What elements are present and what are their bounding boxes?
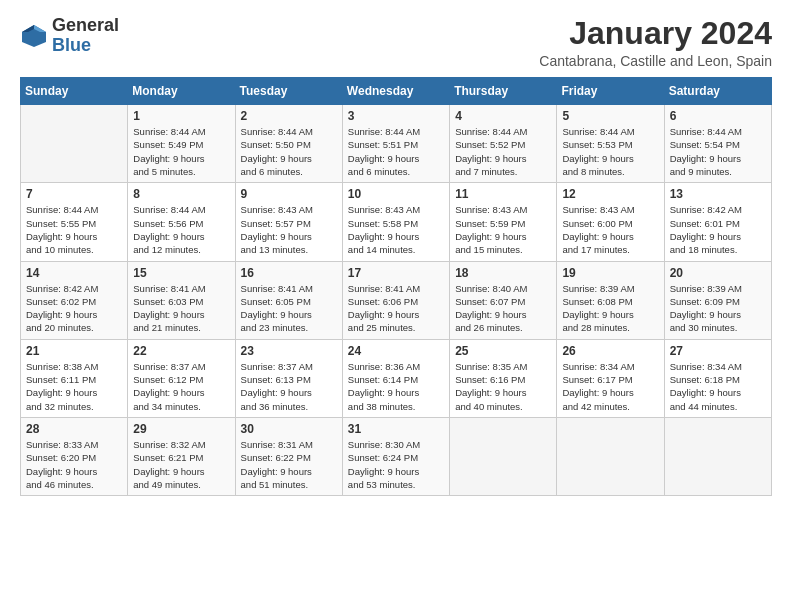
day-number: 20 xyxy=(670,266,766,280)
col-sunday: Sunday xyxy=(21,78,128,105)
col-friday: Friday xyxy=(557,78,664,105)
week-row-5: 28Sunrise: 8:33 AM Sunset: 6:20 PM Dayli… xyxy=(21,417,772,495)
day-number: 2 xyxy=(241,109,337,123)
day-cell: 21Sunrise: 8:38 AM Sunset: 6:11 PM Dayli… xyxy=(21,339,128,417)
day-info: Sunrise: 8:41 AM Sunset: 6:05 PM Dayligh… xyxy=(241,282,337,335)
header: General Blue January 2024 Cantabrana, Ca… xyxy=(20,16,772,69)
day-cell: 16Sunrise: 8:41 AM Sunset: 6:05 PM Dayli… xyxy=(235,261,342,339)
day-number: 14 xyxy=(26,266,122,280)
day-info: Sunrise: 8:37 AM Sunset: 6:12 PM Dayligh… xyxy=(133,360,229,413)
day-cell: 24Sunrise: 8:36 AM Sunset: 6:14 PM Dayli… xyxy=(342,339,449,417)
day-info: Sunrise: 8:32 AM Sunset: 6:21 PM Dayligh… xyxy=(133,438,229,491)
day-cell xyxy=(664,417,771,495)
title-block: January 2024 Cantabrana, Castille and Le… xyxy=(539,16,772,69)
col-saturday: Saturday xyxy=(664,78,771,105)
week-row-4: 21Sunrise: 8:38 AM Sunset: 6:11 PM Dayli… xyxy=(21,339,772,417)
day-info: Sunrise: 8:43 AM Sunset: 6:00 PM Dayligh… xyxy=(562,203,658,256)
day-cell: 7Sunrise: 8:44 AM Sunset: 5:55 PM Daylig… xyxy=(21,183,128,261)
day-cell: 3Sunrise: 8:44 AM Sunset: 5:51 PM Daylig… xyxy=(342,105,449,183)
day-cell xyxy=(21,105,128,183)
day-number: 1 xyxy=(133,109,229,123)
day-cell: 30Sunrise: 8:31 AM Sunset: 6:22 PM Dayli… xyxy=(235,417,342,495)
day-info: Sunrise: 8:30 AM Sunset: 6:24 PM Dayligh… xyxy=(348,438,444,491)
day-cell: 1Sunrise: 8:44 AM Sunset: 5:49 PM Daylig… xyxy=(128,105,235,183)
day-cell: 11Sunrise: 8:43 AM Sunset: 5:59 PM Dayli… xyxy=(450,183,557,261)
day-number: 22 xyxy=(133,344,229,358)
day-info: Sunrise: 8:44 AM Sunset: 5:56 PM Dayligh… xyxy=(133,203,229,256)
day-cell: 23Sunrise: 8:37 AM Sunset: 6:13 PM Dayli… xyxy=(235,339,342,417)
day-info: Sunrise: 8:34 AM Sunset: 6:18 PM Dayligh… xyxy=(670,360,766,413)
day-cell: 25Sunrise: 8:35 AM Sunset: 6:16 PM Dayli… xyxy=(450,339,557,417)
day-cell: 26Sunrise: 8:34 AM Sunset: 6:17 PM Dayli… xyxy=(557,339,664,417)
day-cell: 22Sunrise: 8:37 AM Sunset: 6:12 PM Dayli… xyxy=(128,339,235,417)
day-number: 4 xyxy=(455,109,551,123)
day-cell: 20Sunrise: 8:39 AM Sunset: 6:09 PM Dayli… xyxy=(664,261,771,339)
day-number: 23 xyxy=(241,344,337,358)
week-row-3: 14Sunrise: 8:42 AM Sunset: 6:02 PM Dayli… xyxy=(21,261,772,339)
day-cell: 18Sunrise: 8:40 AM Sunset: 6:07 PM Dayli… xyxy=(450,261,557,339)
month-title: January 2024 xyxy=(539,16,772,51)
day-info: Sunrise: 8:36 AM Sunset: 6:14 PM Dayligh… xyxy=(348,360,444,413)
day-number: 29 xyxy=(133,422,229,436)
day-cell: 17Sunrise: 8:41 AM Sunset: 6:06 PM Dayli… xyxy=(342,261,449,339)
day-info: Sunrise: 8:44 AM Sunset: 5:50 PM Dayligh… xyxy=(241,125,337,178)
day-info: Sunrise: 8:39 AM Sunset: 6:09 PM Dayligh… xyxy=(670,282,766,335)
day-cell: 10Sunrise: 8:43 AM Sunset: 5:58 PM Dayli… xyxy=(342,183,449,261)
day-cell: 31Sunrise: 8:30 AM Sunset: 6:24 PM Dayli… xyxy=(342,417,449,495)
day-number: 19 xyxy=(562,266,658,280)
day-cell: 28Sunrise: 8:33 AM Sunset: 6:20 PM Dayli… xyxy=(21,417,128,495)
day-info: Sunrise: 8:44 AM Sunset: 5:54 PM Dayligh… xyxy=(670,125,766,178)
day-cell: 8Sunrise: 8:44 AM Sunset: 5:56 PM Daylig… xyxy=(128,183,235,261)
day-info: Sunrise: 8:41 AM Sunset: 6:03 PM Dayligh… xyxy=(133,282,229,335)
day-number: 26 xyxy=(562,344,658,358)
day-number: 24 xyxy=(348,344,444,358)
logo-blue-text: Blue xyxy=(52,35,91,55)
day-info: Sunrise: 8:44 AM Sunset: 5:53 PM Dayligh… xyxy=(562,125,658,178)
day-number: 11 xyxy=(455,187,551,201)
day-cell: 6Sunrise: 8:44 AM Sunset: 5:54 PM Daylig… xyxy=(664,105,771,183)
day-number: 18 xyxy=(455,266,551,280)
day-cell: 19Sunrise: 8:39 AM Sunset: 6:08 PM Dayli… xyxy=(557,261,664,339)
day-cell: 12Sunrise: 8:43 AM Sunset: 6:00 PM Dayli… xyxy=(557,183,664,261)
day-number: 3 xyxy=(348,109,444,123)
day-number: 28 xyxy=(26,422,122,436)
day-info: Sunrise: 8:43 AM Sunset: 5:59 PM Dayligh… xyxy=(455,203,551,256)
calendar-table: Sunday Monday Tuesday Wednesday Thursday… xyxy=(20,77,772,496)
col-thursday: Thursday xyxy=(450,78,557,105)
day-number: 5 xyxy=(562,109,658,123)
day-info: Sunrise: 8:42 AM Sunset: 6:02 PM Dayligh… xyxy=(26,282,122,335)
day-info: Sunrise: 8:43 AM Sunset: 5:58 PM Dayligh… xyxy=(348,203,444,256)
col-monday: Monday xyxy=(128,78,235,105)
day-cell xyxy=(450,417,557,495)
col-tuesday: Tuesday xyxy=(235,78,342,105)
day-number: 10 xyxy=(348,187,444,201)
day-number: 25 xyxy=(455,344,551,358)
day-cell: 4Sunrise: 8:44 AM Sunset: 5:52 PM Daylig… xyxy=(450,105,557,183)
day-info: Sunrise: 8:42 AM Sunset: 6:01 PM Dayligh… xyxy=(670,203,766,256)
day-cell: 2Sunrise: 8:44 AM Sunset: 5:50 PM Daylig… xyxy=(235,105,342,183)
day-info: Sunrise: 8:38 AM Sunset: 6:11 PM Dayligh… xyxy=(26,360,122,413)
day-info: Sunrise: 8:37 AM Sunset: 6:13 PM Dayligh… xyxy=(241,360,337,413)
day-info: Sunrise: 8:41 AM Sunset: 6:06 PM Dayligh… xyxy=(348,282,444,335)
day-number: 15 xyxy=(133,266,229,280)
day-number: 30 xyxy=(241,422,337,436)
page: General Blue January 2024 Cantabrana, Ca… xyxy=(0,0,792,612)
week-row-1: 1Sunrise: 8:44 AM Sunset: 5:49 PM Daylig… xyxy=(21,105,772,183)
day-number: 12 xyxy=(562,187,658,201)
location-subtitle: Cantabrana, Castille and Leon, Spain xyxy=(539,53,772,69)
day-info: Sunrise: 8:33 AM Sunset: 6:20 PM Dayligh… xyxy=(26,438,122,491)
day-info: Sunrise: 8:40 AM Sunset: 6:07 PM Dayligh… xyxy=(455,282,551,335)
day-number: 31 xyxy=(348,422,444,436)
day-cell: 15Sunrise: 8:41 AM Sunset: 6:03 PM Dayli… xyxy=(128,261,235,339)
day-number: 16 xyxy=(241,266,337,280)
logo: General Blue xyxy=(20,16,119,56)
day-number: 27 xyxy=(670,344,766,358)
day-info: Sunrise: 8:44 AM Sunset: 5:55 PM Dayligh… xyxy=(26,203,122,256)
day-number: 7 xyxy=(26,187,122,201)
day-cell: 29Sunrise: 8:32 AM Sunset: 6:21 PM Dayli… xyxy=(128,417,235,495)
day-number: 21 xyxy=(26,344,122,358)
day-number: 9 xyxy=(241,187,337,201)
day-info: Sunrise: 8:39 AM Sunset: 6:08 PM Dayligh… xyxy=(562,282,658,335)
col-wednesday: Wednesday xyxy=(342,78,449,105)
day-info: Sunrise: 8:43 AM Sunset: 5:57 PM Dayligh… xyxy=(241,203,337,256)
